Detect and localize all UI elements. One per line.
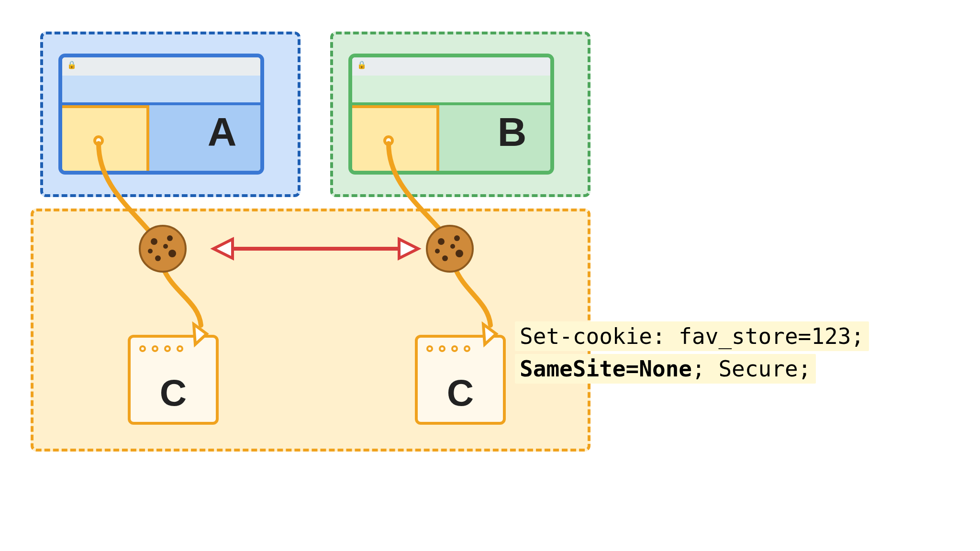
svg-point-2 [151,238,157,245]
flow-cookie-to-c-right [455,267,490,325]
svg-point-12 [456,250,463,257]
shared-arrow-right-head [399,239,418,258]
code-line-2: SameSite=None; Secure; [515,354,816,384]
cookie-icon-right [427,226,473,272]
diagram-root: A B C C [0,0,980,551]
arrowhead-into-c-left [194,324,207,344]
svg-point-6 [148,249,153,253]
code-line-2-rest: ; Secure; [692,356,811,382]
svg-point-3 [167,235,173,241]
connectors-layer [0,0,980,551]
cookie-icon-left [140,226,186,272]
code-line-1: Set-cookie: fav_store=123; [515,321,869,351]
flow-cookie-to-c-left [163,267,201,325]
svg-point-4 [168,250,176,257]
svg-point-14 [435,249,440,253]
shared-arrow-left-head [213,239,233,258]
svg-point-13 [442,255,448,261]
arrowhead-into-c-right [483,324,496,344]
svg-point-15 [450,244,455,249]
flow-a-to-cookie [99,143,158,242]
svg-point-7 [163,244,168,249]
svg-point-5 [155,255,161,261]
svg-point-11 [454,235,460,241]
svg-point-10 [438,238,445,245]
code-line-2-bold: SameSite=None [520,356,692,382]
